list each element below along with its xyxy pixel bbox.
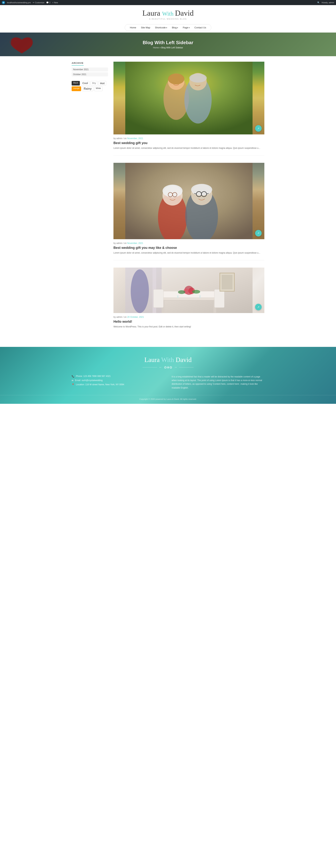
footer-phone: 📞 Phone: 123 456 7890 088 567 4321: [72, 375, 164, 378]
post-1-image: [113, 62, 264, 134]
tags-widget: Black Cool Dry Hot orange Rainy White: [72, 81, 108, 91]
admin-bar: W localhost/iucia/wedding.pro ✏ Customiz…: [0, 0, 336, 5]
admin-bar-search-icon[interactable]: 🔍: [317, 1, 320, 4]
svg-point-3: [168, 73, 184, 84]
footer-email: ✉ Email: ourh@crystalwedding: [72, 379, 164, 382]
admin-bar-left: W localhost/iucia/wedding.pro ✏ Customiz…: [2, 1, 58, 4]
tag-orange[interactable]: orange: [72, 86, 81, 91]
admin-bar-new[interactable]: + New: [52, 1, 58, 4]
tag-hot[interactable]: Hot: [98, 81, 106, 86]
blog-post-3: ↗ by admin / on 20 October, 2021 Hello w…: [113, 268, 264, 334]
site-subtitle: A BEAUTIFUL WEDDING BLOG: [0, 18, 336, 20]
archive-widget-title: ARCHIVE: [72, 62, 83, 66]
footer-location-text: Location: 116 W street Name, New York, N…: [76, 383, 124, 386]
email-icon: ✉: [72, 379, 73, 382]
footer-divider: ← ✿❀✿ →: [0, 365, 336, 369]
post-1-title: Best wedding gift you: [113, 141, 264, 145]
footer-content: 📞 Phone: 123 456 7890 088 567 4321 ✉ Ema…: [68, 375, 268, 390]
post-3-title: Hello world!: [113, 320, 264, 323]
page-banner: Blog With Left Sidebar Home » Blog With …: [0, 33, 336, 56]
footer-logo-part2: David: [176, 356, 192, 364]
post-1-excerpt: Lorem ipsum dolor sit amet, consectetur …: [113, 147, 264, 150]
site-footer: Laura With David ← ✿❀✿ → 📞 Phone: 123 45…: [0, 347, 336, 404]
footer-phone-text: Phone: 123 456 7890 088 567 4321: [76, 375, 111, 377]
post-1-image-wrapper: ↗: [113, 62, 264, 134]
divider-left-arrow: ←: [159, 365, 162, 369]
archive-list: November 2021 October 2021: [72, 67, 108, 76]
share-icon: ↗: [257, 127, 260, 130]
tag-dry[interactable]: Dry: [91, 81, 97, 86]
footer-copyright: Copyright © 2020 powered by Laura & Davi…: [0, 395, 336, 400]
footer-location: 📍 Location: 116 W street Name, New York,…: [72, 383, 164, 386]
post-3-meta: by admin / on 20 October, 2021: [113, 316, 264, 318]
wp-logo-icon[interactable]: W: [2, 1, 5, 4]
post-3-image-wrapper: ↗: [113, 268, 264, 313]
site-title-part2: David: [175, 9, 194, 17]
admin-bar-right: 🔍 Howdy, admin: [317, 1, 334, 4]
breadcrumb: Home » Blog With Left Sidebar: [153, 46, 183, 49]
post-1-date-link[interactable]: November, 2021: [127, 137, 143, 140]
post-1-meta: by admin / on November, 2021: [113, 137, 264, 140]
svg-rect-35: [177, 295, 178, 298]
site-title-with: With: [162, 10, 175, 17]
post-3-image: [113, 268, 264, 313]
tag-rainy[interactable]: Rainy: [82, 86, 93, 91]
sidebar: ARCHIVE November 2021 October 2021 Black…: [72, 62, 108, 341]
svg-point-34: [192, 290, 200, 293]
svg-point-39: [131, 269, 149, 313]
breadcrumb-home[interactable]: Home: [153, 46, 159, 49]
site-title: Laura With David: [0, 9, 336, 18]
tag-black[interactable]: Black: [72, 81, 80, 86]
post-1-share-button[interactable]: ↗: [255, 125, 262, 132]
svg-rect-36: [199, 295, 201, 298]
divider-right-arrow: →: [174, 365, 177, 369]
post-2-image: [113, 163, 264, 239]
svg-rect-28: [154, 289, 163, 308]
blog-post-2: ↗ by admin / on November, 2021 Best wedd…: [113, 163, 264, 260]
svg-point-6: [189, 73, 207, 83]
site-title-part1: Laura: [142, 9, 160, 17]
post-2-share-button[interactable]: ↗: [255, 230, 262, 237]
archive-item-october[interactable]: October 2021: [72, 72, 108, 76]
nav-item-blog[interactable]: Blog: [170, 25, 180, 30]
archive-item-november[interactable]: November 2021: [72, 67, 108, 71]
share-icon-3: ↗: [257, 306, 260, 309]
post-2-meta: by admin / on November, 2021: [113, 242, 264, 245]
page-banner-title: Blog With Left Sidebar: [143, 40, 194, 45]
footer-logo: Laura With David: [0, 356, 336, 364]
heart-decoration: [5, 34, 38, 54]
footer-contact-col: 📞 Phone: 123 456 7890 088 567 4321 ✉ Ema…: [72, 375, 164, 390]
breadcrumb-current: Blog With Left Sidebar: [161, 46, 183, 49]
phone-icon: 📞: [72, 375, 74, 378]
post-1-author: admin: [116, 137, 122, 140]
main-navigation: Home Site Map Shortcode Blog Page Contac…: [0, 23, 336, 32]
svg-point-33: [178, 290, 185, 294]
post-2-date-link[interactable]: November, 2021: [127, 242, 143, 245]
post-2-excerpt: Lorem ipsum dolor sit amet, consectetur …: [113, 251, 264, 255]
footer-about-text: It is a long established fact that a rea…: [172, 375, 264, 390]
content-wrapper: ARCHIVE November 2021 October 2021 Black…: [68, 62, 268, 341]
tags-cloud: Black Cool Dry Hot orange Rainy White: [72, 81, 108, 91]
nav-item-contact[interactable]: Contact Us: [192, 25, 208, 30]
nav-item-page[interactable]: Page: [180, 25, 192, 30]
divider-flower-icon: ✿❀✿: [164, 365, 172, 369]
post-3-date-link[interactable]: 20 October, 2021: [127, 316, 144, 318]
svg-rect-29: [214, 289, 224, 308]
location-icon: 📍: [72, 383, 74, 386]
nav-item-sitemap[interactable]: Site Map: [139, 25, 153, 30]
site-header: Laura With David A BEAUTIFUL WEDDING BLO…: [0, 5, 336, 33]
post-3-excerpt: Welcome to WordPress. This is your first…: [113, 325, 264, 329]
tag-white[interactable]: White: [94, 86, 103, 91]
admin-bar-site-name[interactable]: localhost/iucia/wedding.pro: [7, 1, 31, 4]
footer-about-col: It is a long established fact that a rea…: [172, 375, 264, 390]
admin-bar-comments[interactable]: 💬 2: [46, 1, 51, 4]
footer-email-text: Email: ourh@crystalwedding: [75, 379, 103, 382]
blog-posts: ↗ by admin / on November, 2021 Best wedd…: [113, 62, 264, 341]
nav-item-home[interactable]: Home: [128, 25, 138, 30]
admin-bar-user: Howdy, admin: [322, 1, 334, 4]
tag-cool[interactable]: Cool: [81, 81, 90, 86]
admin-bar-customize[interactable]: ✏ Customize: [33, 1, 44, 4]
svg-rect-38: [222, 275, 233, 289]
nav-item-shortcode[interactable]: Shortcode: [153, 25, 169, 30]
footer-logo-part1: Laura: [144, 356, 160, 364]
